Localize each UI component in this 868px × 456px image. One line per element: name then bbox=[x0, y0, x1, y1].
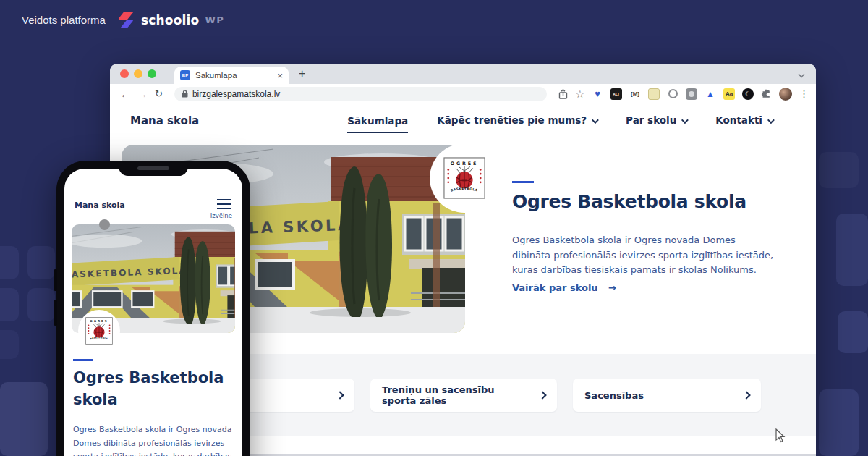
maximize-window-button[interactable] bbox=[148, 69, 156, 78]
extension-fonts-icon[interactable]: Aa bbox=[723, 88, 735, 100]
site-logo-text[interactable]: Mana skola bbox=[130, 114, 199, 127]
nav-item-sakumlapa[interactable]: Sākumlapa bbox=[347, 115, 408, 127]
close-window-button[interactable] bbox=[120, 69, 129, 78]
chevron-down-icon bbox=[592, 117, 599, 124]
extension-circle-icon[interactable] bbox=[667, 88, 678, 100]
mobile-menu-label: Izvēlne bbox=[210, 212, 232, 219]
extensions-puzzle-icon[interactable] bbox=[761, 88, 772, 99]
url-text: birzgalespamatskola.lv bbox=[192, 89, 280, 99]
schoolio-logo-icon bbox=[119, 12, 135, 28]
tab-favicon-icon: BP bbox=[180, 70, 190, 80]
forward-button[interactable]: → bbox=[137, 88, 148, 100]
reload-button[interactable]: ↻ bbox=[155, 88, 163, 99]
phone-volume-button bbox=[54, 300, 57, 326]
tab-strip: BP Sakumlapa × + bbox=[110, 64, 816, 84]
accent-line bbox=[512, 181, 534, 183]
bg-shape bbox=[27, 246, 55, 279]
bg-shape bbox=[836, 214, 868, 286]
more-link[interactable]: Vairāk par skolu → bbox=[512, 282, 616, 293]
quick-link-card-sporta-zales[interactable]: Treniņu un sacensību sporta zāles bbox=[370, 379, 557, 412]
nav-item-kontakti[interactable]: Kontakti bbox=[715, 114, 773, 127]
site-nav: Sākumlapa Kāpēc trenēties pie mums? Par … bbox=[347, 114, 773, 127]
nav-item-par-skolu[interactable]: Par skolu bbox=[626, 114, 686, 127]
new-tab-button[interactable]: + bbox=[299, 67, 305, 80]
hamburger-menu-icon[interactable] bbox=[217, 199, 231, 212]
card-label: Treniņu un sacensību sporta zāles bbox=[382, 384, 531, 406]
extension-brackets-icon[interactable]: [M] bbox=[629, 88, 641, 100]
nav-label: Par skolu bbox=[626, 114, 676, 127]
decorative-dot bbox=[99, 219, 110, 230]
phone-mockup: Mana skola Izvēlne Ogres Basketbola skol… bbox=[56, 161, 250, 456]
made-on-label: Veidots platformā bbox=[22, 14, 106, 26]
site-header: Mana skola Sākumlapa Kāpēc trenēties pie… bbox=[110, 104, 816, 138]
profile-avatar[interactable] bbox=[779, 88, 792, 101]
share-icon[interactable] bbox=[558, 89, 568, 99]
extension-darkmode-icon[interactable]: ☾ bbox=[742, 88, 754, 100]
extension-triangle-icon[interactable]: ▲ bbox=[705, 88, 716, 100]
mobile-page-title: Ogres Basketbola skola bbox=[73, 367, 229, 411]
quick-link-card-sacensibas[interactable]: Sacensības bbox=[573, 379, 761, 412]
extension-alt-icon[interactable]: ALT bbox=[610, 88, 622, 100]
banner: Veidots platformā schoolio WP bbox=[22, 12, 224, 28]
arrow-right-icon: → bbox=[608, 282, 616, 293]
nav-item-kapec-treneties[interactable]: Kāpēc trenēties pie mums? bbox=[437, 114, 597, 127]
nav-label: Sākumlapa bbox=[347, 115, 408, 133]
mobile-school-logo-badge bbox=[78, 310, 120, 352]
tab-close-icon[interactable]: × bbox=[277, 70, 283, 81]
card-label: Sacensības bbox=[584, 390, 735, 401]
minimize-window-button[interactable] bbox=[134, 69, 142, 78]
chevron-right-icon bbox=[538, 391, 546, 399]
more-link-label: Vairāk par skolu bbox=[512, 282, 598, 293]
address-bar[interactable]: birzgalespamatskola.lv bbox=[174, 87, 548, 101]
nav-label: Kontakti bbox=[715, 114, 762, 127]
extension-camera-icon[interactable] bbox=[686, 88, 697, 100]
schoolio-brand: schoolio WP bbox=[119, 12, 224, 28]
back-button[interactable]: ← bbox=[120, 88, 130, 100]
promo-image: BASKETBOLA SKOLA bbox=[0, 0, 868, 456]
chevron-down-icon bbox=[681, 117, 689, 124]
tab-search-chevron-icon[interactable] bbox=[798, 71, 804, 77]
brand-suffix: WP bbox=[205, 14, 225, 25]
bg-shape bbox=[0, 382, 48, 456]
hero-description: Ogres Basketbola skola ir Ogres novada D… bbox=[512, 233, 774, 278]
brand-name: schoolio bbox=[141, 13, 200, 28]
browser-tab[interactable]: BP Sakumlapa × bbox=[174, 67, 289, 84]
mobile-site-logo-text[interactable]: Mana skola bbox=[75, 200, 125, 210]
bookmark-star-icon[interactable]: ☆ bbox=[575, 88, 584, 100]
extension-notes-icon[interactable] bbox=[648, 88, 660, 100]
bg-shape bbox=[27, 288, 55, 321]
phone-volume-button bbox=[54, 269, 57, 291]
bg-shape bbox=[838, 311, 868, 353]
accent-line bbox=[73, 359, 93, 361]
page-title: Ogres Basketbola skola bbox=[512, 191, 746, 212]
browser-toolbar: ← → ↻ birzgalespamatskola.lv ☆ ♥ ALT [M]… bbox=[110, 84, 816, 104]
nav-label: Kāpēc trenēties pie mums? bbox=[437, 114, 587, 127]
mouse-cursor bbox=[775, 428, 786, 443]
chevron-right-icon bbox=[336, 391, 344, 399]
lock-icon bbox=[182, 90, 188, 98]
bg-shape bbox=[819, 389, 859, 456]
mobile-hero-description: Ogres Basketbola skola ir Ogres novada D… bbox=[73, 423, 234, 456]
phone-screen: Mana skola Izvēlne Ogres Basketbola skol… bbox=[64, 169, 242, 456]
extension-heart-icon[interactable]: ♥ bbox=[592, 88, 603, 100]
tab-title: Sakumlapa bbox=[195, 71, 272, 80]
bg-shape bbox=[819, 152, 859, 188]
browser-menu-icon[interactable]: ⋮ bbox=[799, 88, 809, 99]
chevron-down-icon bbox=[767, 117, 775, 124]
chevron-right-icon bbox=[742, 391, 750, 399]
school-logo-badge bbox=[430, 143, 499, 213]
phone-speaker bbox=[137, 166, 169, 170]
phone-notch bbox=[119, 161, 188, 176]
bg-shape bbox=[0, 288, 19, 321]
bg-shape bbox=[0, 246, 19, 279]
bg-shape bbox=[0, 330, 19, 359]
